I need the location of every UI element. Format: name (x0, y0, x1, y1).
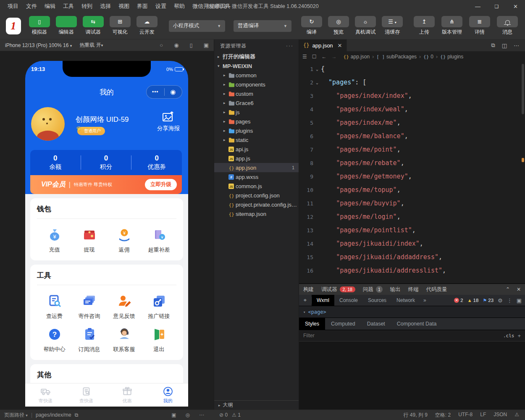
compile-mode-select[interactable]: 普通编译▼ (234, 20, 291, 32)
menu-item-查运费[interactable]: 查运费 (37, 287, 72, 320)
menu-item-返佣[interactable]: ¥返佣 (107, 220, 142, 254)
breadcrumb-plugins[interactable]: {}plugins (440, 54, 463, 60)
tree-item-app.js[interactable]: JSapp.js (214, 154, 299, 163)
forward-icon[interactable]: → (332, 54, 337, 60)
device-select[interactable]: iPhone 12/13 (Pro) 100% 16 ▾ (5, 42, 72, 48)
inspect-element-icon[interactable]: ⌖ (299, 297, 312, 304)
screenshot-icon[interactable]: ◉ (174, 42, 178, 48)
devtools-menu-icon[interactable]: ⋮ (507, 297, 512, 304)
tree-item-common[interactable]: ▸common (214, 71, 299, 80)
menu-item-推广链接[interactable]: 推广链接 (142, 287, 176, 320)
clear-cache-button[interactable]: ☰ ▾清缓存 (381, 16, 404, 36)
maximize-button[interactable]: ❑ (487, 0, 506, 13)
hot-reload-toggle[interactable]: 热重载 开▾ (79, 42, 103, 49)
preview-button[interactable]: ◎预览 (327, 16, 350, 36)
status-UTF-8[interactable]: UTF-8 (458, 412, 472, 419)
menu-item-意见反馈[interactable]: 意见反馈 (107, 287, 142, 320)
tree-item-api.js[interactable]: JSapi.js (214, 144, 299, 154)
more-icon[interactable]: ⋯ (199, 412, 204, 418)
menu-项目[interactable]: 项目 (4, 1, 22, 11)
tree-item-sitemap.json[interactable]: {}sitemap.json (214, 209, 299, 218)
breadcrumb-app.json[interactable]: {}app.json (344, 54, 370, 60)
menu-item-订阅消息[interactable]: 订阅消息 (72, 320, 107, 353)
panel-close-icon[interactable]: ✕ (517, 286, 521, 292)
problems-status[interactable]: ⊘ 0 ⚠ 1 (214, 412, 299, 418)
devtools-tab-Sources[interactable]: Sources (363, 295, 391, 306)
visualizer-toggle-button[interactable]: ⊞可视化 (108, 16, 132, 36)
tabbar-查快递[interactable]: 查快递 (66, 383, 107, 407)
remote-debug-button[interactable]: ☼真机调试 (354, 16, 377, 36)
tab-app-json[interactable]: {} app.json ✕ (299, 39, 347, 51)
menu-item-充值[interactable]: ¥充值 (37, 220, 72, 254)
menu-item-帮助中心[interactable]: ?帮助中心 (37, 320, 72, 353)
tree-item-js[interactable]: ▸js (214, 108, 299, 117)
info-count[interactable]: ⚑23 (483, 298, 494, 303)
status-行[interactable]: 行 49, 列 9 (404, 412, 428, 419)
breadcrumb-0[interactable]: {}0 (423, 54, 433, 60)
editor-scrollbar[interactable] (521, 62, 525, 284)
devtools-tab-Network[interactable]: Network (391, 295, 420, 306)
menu-item-超重补差[interactable]: ¥超重补差 (142, 220, 176, 254)
vip-banner[interactable]: VIP会员 | 特惠寄件 尊贵特权 立即升级 (30, 175, 182, 194)
tabbar-我的[interactable]: 我的 (147, 383, 188, 407)
panel-tab-构建[interactable]: 构建 (303, 286, 314, 293)
menu-选择[interactable]: 选择 (97, 1, 114, 11)
details-button[interactable]: ≣详情 (468, 16, 491, 36)
share-poster-button[interactable]: 分享海报 (157, 110, 180, 132)
tree-item-app.wxss[interactable]: #app.wxss (214, 172, 299, 181)
style-tab-Dataset[interactable]: Dataset (361, 318, 391, 330)
outline-list-icon[interactable]: ☰ (302, 54, 307, 60)
tree-item-pages[interactable]: ▸pages (214, 117, 299, 126)
stat-优惠券[interactable]: 0优惠券 (131, 154, 182, 171)
menu-item-联系客服[interactable]: 联系客服 (107, 320, 142, 353)
menu-文件[interactable]: 文件 (23, 1, 40, 11)
menu-视图[interactable]: 视图 (115, 1, 133, 11)
back-icon[interactable]: ← (322, 54, 327, 60)
error-count[interactable]: ✕2 (454, 298, 463, 303)
capsule-menu[interactable]: ••• ◉ (146, 85, 182, 99)
open-changes-icon[interactable]: ⧉ (491, 42, 495, 49)
tree-item-custom[interactable]: ▸custom (214, 89, 299, 98)
editor-toggle-button[interactable]: 编辑器 (55, 16, 78, 36)
minimize-button[interactable]: — (468, 0, 487, 13)
menu-item-寄件咨询[interactable]: 寄件咨询 (72, 287, 107, 320)
version-control-button[interactable]: ⋔版本管理 (440, 16, 464, 36)
split-editor-icon[interactable]: ◫ (502, 42, 507, 49)
menu-帮助[interactable]: 帮助 (171, 1, 188, 11)
devtools-settings-icon[interactable]: ⚙ (498, 297, 503, 304)
tree-item-project.private.config.js[interactable]: {}project.private.config.js… (214, 200, 299, 209)
avatar[interactable] (31, 107, 65, 141)
copy-path-icon[interactable]: ⧉ (75, 412, 79, 418)
menu-设置[interactable]: 设置 (152, 1, 170, 11)
alert-icon[interactable]: ⚠ (514, 412, 519, 419)
panel-tab-问题[interactable]: 问题1 (363, 286, 383, 293)
hide-ui-icon[interactable]: ◎ (186, 412, 190, 418)
dock-side-icon[interactable]: ▣ (517, 297, 522, 304)
style-tab-Styles[interactable]: Styles (299, 318, 325, 330)
stat-积分[interactable]: 0积分 (81, 154, 131, 171)
outline-section[interactable]: ▸大纲 (214, 400, 299, 410)
breadcrumb-subPackages[interactable]: [ ]subPackages (376, 54, 417, 60)
wxml-element-tree[interactable]: ▾<page> (299, 306, 525, 318)
bookmark-icon[interactable]: ☐ (312, 54, 317, 60)
toggle-class-button[interactable]: .cls (503, 333, 514, 339)
upload-button[interactable]: ↥上传 (412, 16, 436, 36)
status-JSON[interactable]: JSON (494, 412, 507, 419)
tabbar-优惠[interactable]: 优惠 (107, 383, 147, 407)
tree-item-MP-WEIXIN[interactable]: ▾MP-WEIXIN (214, 61, 299, 71)
style-filter-input[interactable] (303, 333, 500, 339)
status-LF[interactable]: LF (480, 412, 486, 419)
mode-select[interactable]: 小程序模式▼ (169, 20, 225, 32)
panel-tab-调试器[interactable]: 调试器2, 18 (321, 286, 355, 293)
more-actions-icon[interactable]: ⋯ (514, 42, 519, 49)
status-空格:[interactable]: 空格: 2 (435, 412, 451, 419)
menu-编辑[interactable]: 编辑 (41, 1, 59, 11)
tree-item-common.js[interactable]: JScommon.js (214, 181, 299, 191)
style-tab-Computed[interactable]: Computed (325, 318, 361, 330)
rotate-icon[interactable]: ○ (160, 42, 163, 48)
compile-button[interactable]: ↻编译 (300, 16, 323, 36)
device-frame-icon[interactable]: ▯ (190, 42, 193, 48)
tree-item-project.config.json[interactable]: {}project.config.json (214, 191, 299, 200)
upgrade-vip-button[interactable]: 立即升级 (145, 179, 177, 190)
new-style-rule-button[interactable]: + (517, 333, 521, 339)
